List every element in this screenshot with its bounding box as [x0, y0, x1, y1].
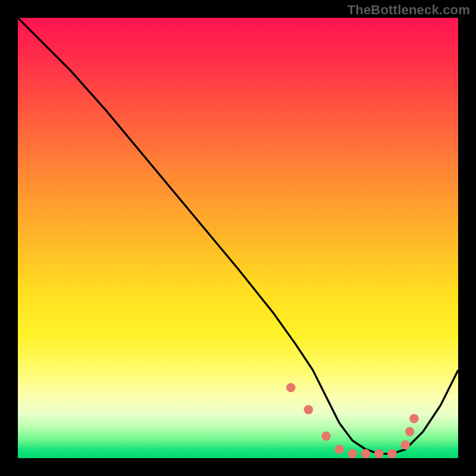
- highlight-dot: [374, 449, 384, 458]
- bottleneck-curve: [18, 18, 458, 454]
- highlight-dot: [321, 431, 331, 441]
- watermark-text: TheBottleneck.com: [347, 2, 470, 18]
- highlight-dot: [400, 440, 410, 450]
- highlight-dot: [334, 444, 344, 454]
- highlight-dots: [286, 383, 419, 458]
- curve-layer: [18, 18, 458, 458]
- chart-frame: TheBottleneck.com: [0, 0, 476, 476]
- highlight-dot: [361, 449, 371, 458]
- highlight-dot: [348, 449, 358, 458]
- highlight-dot: [286, 383, 296, 393]
- highlight-dot: [405, 427, 415, 437]
- highlight-dot: [387, 449, 397, 458]
- highlight-dot: [304, 405, 314, 415]
- plot-area: [18, 18, 458, 458]
- highlight-dot: [409, 414, 419, 424]
